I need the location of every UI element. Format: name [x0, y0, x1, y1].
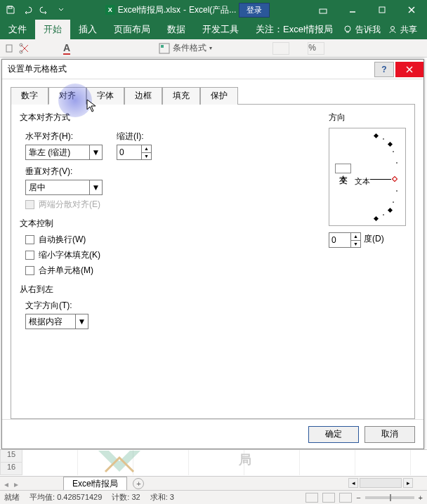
spin-down-icon[interactable]: ▼ [351, 241, 360, 248]
dialog-footer: 确定 取消 [2, 419, 423, 449]
view-pagelayout-icon[interactable] [322, 493, 335, 503]
orientation-control[interactable]: 文本 文本 [329, 128, 406, 226]
ok-button[interactable]: 确定 [308, 426, 359, 443]
maximize-icon[interactable] [369, 2, 395, 18]
align-group-icon[interactable] [272, 42, 289, 55]
ribbon-tabs: 文件 开始 插入 页面布局 数据 开发工具 关注：Excel情报局 告诉我 共享 [0, 20, 427, 39]
tell-me-text[interactable]: 告诉我 [355, 24, 381, 36]
indent-input[interactable] [117, 147, 140, 157]
scroll-right-icon[interactable]: ▸ [403, 478, 413, 488]
justify-distrib-label: 两端分散对齐(E) [39, 199, 100, 211]
scroll-left-icon[interactable]: ◂ [348, 478, 358, 488]
add-sheet-button[interactable]: + [133, 478, 144, 489]
tab-insert[interactable]: 插入 [70, 20, 105, 39]
indent-spinner[interactable]: ▲▼ [117, 145, 152, 160]
wrap-checkbox[interactable] [25, 235, 34, 244]
svg-point-6 [391, 27, 395, 30]
degree-label: 度(D) [364, 233, 384, 245]
font-color-icon[interactable]: A [63, 42, 70, 55]
sheet-tab[interactable]: Excel情报局 [63, 477, 127, 491]
valign-value: 居中 [29, 182, 46, 194]
view-pagebreak-icon[interactable] [339, 493, 352, 503]
sheet-cells[interactable] [22, 450, 427, 475]
paste-icon[interactable] [4, 44, 14, 53]
row-header[interactable]: 15 [0, 450, 22, 463]
dialog-help-button[interactable]: ? [374, 62, 394, 77]
dlgtab-protection[interactable]: 保护 [200, 87, 238, 105]
svg-point-4 [345, 26, 350, 32]
alignment-panel: 文本对齐方式 水平对齐(H): 靠左 (缩进) ▼ 缩进(I): ▲▼ [11, 105, 415, 419]
degree-spinner[interactable]: ▲▼ [329, 232, 361, 248]
tab-pagelayout[interactable]: 页面布局 [105, 20, 159, 39]
orientation-dial[interactable]: 文本 [352, 133, 401, 223]
share-button[interactable]: 共享 [383, 24, 421, 36]
cut-icon[interactable] [18, 42, 31, 55]
tab-nav-next-icon[interactable]: ▸ [14, 479, 22, 488]
view-normal-icon[interactable] [306, 493, 318, 503]
wrap-label: 自动换行(W) [39, 234, 86, 246]
tab-file[interactable]: 文件 [0, 20, 35, 39]
halign-combo[interactable]: 靠左 (缩进) ▼ [25, 145, 103, 160]
tab-home[interactable]: 开始 [35, 20, 70, 39]
tab-nav-prev-icon[interactable]: ◂ [4, 479, 13, 488]
cancel-button[interactable]: 取消 [364, 426, 415, 443]
dialog-close-button[interactable] [395, 62, 423, 77]
percent-icon[interactable]: % [308, 42, 324, 55]
dlgtab-number[interactable]: 数字 [11, 87, 48, 105]
close-window-icon[interactable] [399, 2, 424, 18]
dlgtab-alignment[interactable]: 对齐 [48, 87, 86, 105]
orientation-handle[interactable] [392, 176, 398, 182]
conditional-format-button[interactable]: 条件格式 ▾ [159, 42, 212, 54]
cond-format-label: 条件格式 [173, 42, 206, 54]
horizontal-scrollbar[interactable]: ◂ ▸ [348, 478, 413, 488]
dlgtab-fill[interactable]: 填充 [162, 87, 200, 105]
lightbulb-icon [343, 25, 353, 34]
orientation-line [370, 179, 391, 180]
merge-checkbox[interactable] [25, 266, 34, 275]
indent-label: 缩进(I): [117, 131, 152, 142]
zoom-out-icon[interactable]: − [356, 493, 360, 502]
cond-format-icon [159, 43, 170, 54]
scroll-track[interactable] [360, 478, 402, 488]
row-headers: 15 16 [0, 450, 22, 475]
rtl-section-label: 从右到左 [20, 284, 320, 296]
status-sum: 求和: 3 [150, 492, 174, 503]
qat-dropdown-icon[interactable] [53, 2, 69, 18]
tab-developer[interactable]: 开发工具 [194, 20, 247, 39]
quick-access-toolbar [3, 2, 69, 18]
status-ready: 就绪 [4, 492, 20, 503]
ribbon-options-icon[interactable] [310, 2, 336, 18]
zoom-slider[interactable] [365, 496, 414, 499]
redo-icon[interactable] [37, 2, 52, 18]
svg-rect-0 [8, 6, 12, 8]
tab-custom[interactable]: 关注：Excel情报局 [247, 20, 341, 39]
shrink-checkbox[interactable] [25, 251, 34, 260]
app-titlebar: X Excel情报局.xlsx - Excel(产品... 登录 [0, 0, 427, 20]
valign-combo[interactable]: 居中 ▼ [25, 180, 103, 195]
dialog-titlebar: 设置单元格格式 ? [2, 60, 423, 79]
spin-up-icon[interactable]: ▲ [351, 233, 360, 241]
status-count: 计数: 32 [112, 492, 140, 503]
svg-rect-3 [379, 7, 385, 13]
undo-icon[interactable] [20, 2, 35, 18]
tab-data[interactable]: 数据 [159, 20, 194, 39]
text-dir-label: 文字方向(T): [25, 300, 320, 312]
status-bar: 就绪 平均值: 0.428571429 计数: 32 求和: 3 − + [0, 490, 427, 504]
dlgtab-border[interactable]: 边框 [124, 87, 162, 105]
save-icon[interactable] [3, 2, 18, 18]
login-button[interactable]: 登录 [239, 3, 270, 18]
row-header[interactable]: 16 [0, 463, 22, 475]
degree-input[interactable] [329, 235, 352, 245]
svg-rect-1 [320, 9, 327, 13]
minimize-icon[interactable] [340, 2, 365, 18]
text-dir-value: 根据内容 [29, 316, 63, 328]
orientation-section-label: 方向 [329, 112, 406, 124]
svg-rect-11 [161, 45, 164, 48]
orientation-vertical-text[interactable]: 文本 [335, 164, 351, 173]
spin-down-icon[interactable]: ▼ [142, 153, 151, 160]
zoom-in-icon[interactable]: + [419, 493, 423, 502]
svg-rect-7 [6, 45, 12, 52]
spin-up-icon[interactable]: ▲ [142, 145, 151, 153]
cursor-icon [86, 99, 98, 113]
text-dir-combo[interactable]: 根据内容 ▼ [25, 314, 88, 329]
